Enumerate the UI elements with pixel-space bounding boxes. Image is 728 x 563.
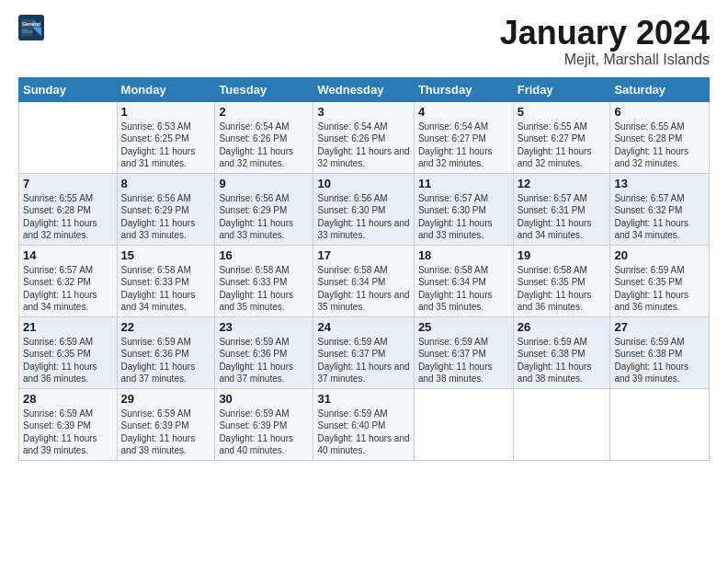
- calendar-cell: 5Sunrise: 6:55 AMSunset: 6:27 PMDaylight…: [513, 101, 610, 173]
- day-info: Sunrise: 6:59 AMSunset: 6:37 PMDaylight:…: [418, 336, 509, 385]
- day-number: 1: [121, 105, 211, 119]
- col-monday: Monday: [117, 77, 215, 101]
- logo: General Blue: [18, 15, 44, 40]
- calendar-cell: 16Sunrise: 6:58 AMSunset: 6:33 PMDayligh…: [215, 245, 313, 316]
- calendar-week-2: 7Sunrise: 6:55 AMSunset: 6:28 PMDaylight…: [19, 173, 710, 245]
- day-number: 10: [317, 177, 409, 190]
- calendar-cell: 19Sunrise: 6:58 AMSunset: 6:35 PMDayligh…: [513, 245, 610, 316]
- col-thursday: Thursday: [414, 77, 513, 101]
- header: General Blue January 2024 Mejit, Marshal…: [18, 15, 710, 68]
- day-info: Sunrise: 6:56 AMSunset: 6:29 PMDaylight:…: [121, 192, 211, 242]
- calendar-cell: 29Sunrise: 6:59 AMSunset: 6:39 PMDayligh…: [117, 388, 215, 460]
- day-number: 9: [219, 177, 309, 190]
- day-number: 20: [614, 248, 705, 262]
- day-number: 24: [317, 320, 409, 334]
- day-number: 13: [614, 177, 705, 190]
- month-title: January 2024: [500, 15, 710, 52]
- col-wednesday: Wednesday: [313, 77, 414, 101]
- calendar-cell: 2Sunrise: 6:54 AMSunset: 6:26 PMDaylight…: [215, 101, 313, 173]
- calendar-body: 1Sunrise: 6:53 AMSunset: 6:25 PMDaylight…: [19, 101, 710, 460]
- col-tuesday: Tuesday: [215, 77, 313, 101]
- calendar-week-4: 21Sunrise: 6:59 AMSunset: 6:35 PMDayligh…: [19, 316, 710, 388]
- day-number: 21: [23, 320, 113, 334]
- day-number: 17: [317, 248, 409, 262]
- day-info: Sunrise: 6:59 AMSunset: 6:38 PMDaylight:…: [614, 336, 705, 385]
- day-info: Sunrise: 6:58 AMSunset: 6:33 PMDaylight:…: [219, 264, 309, 314]
- day-info: Sunrise: 6:59 AMSunset: 6:35 PMDaylight:…: [23, 336, 113, 385]
- day-info: Sunrise: 6:56 AMSunset: 6:29 PMDaylight:…: [219, 192, 309, 242]
- day-number: 14: [23, 248, 113, 262]
- calendar-cell: 10Sunrise: 6:56 AMSunset: 6:30 PMDayligh…: [313, 173, 414, 245]
- calendar-week-3: 14Sunrise: 6:57 AMSunset: 6:32 PMDayligh…: [19, 245, 710, 316]
- day-info: Sunrise: 6:58 AMSunset: 6:34 PMDaylight:…: [418, 264, 509, 314]
- day-number: 11: [418, 177, 509, 190]
- day-info: Sunrise: 6:59 AMSunset: 6:39 PMDaylight:…: [121, 408, 211, 457]
- day-number: 26: [518, 320, 607, 334]
- calendar-cell: [19, 101, 118, 173]
- day-number: 12: [518, 177, 607, 190]
- day-info: Sunrise: 6:59 AMSunset: 6:37 PMDaylight:…: [317, 336, 409, 385]
- day-number: 15: [121, 248, 211, 262]
- title-block: January 2024 Mejit, Marshall Islands: [500, 15, 710, 68]
- svg-text:General: General: [22, 21, 41, 27]
- day-info: Sunrise: 6:57 AMSunset: 6:31 PMDaylight:…: [518, 192, 607, 242]
- header-row: Sunday Monday Tuesday Wednesday Thursday…: [19, 77, 710, 101]
- day-number: 16: [219, 248, 309, 262]
- day-info: Sunrise: 6:58 AMSunset: 6:34 PMDaylight:…: [317, 264, 409, 314]
- day-number: 29: [121, 392, 211, 406]
- calendar-cell: 13Sunrise: 6:57 AMSunset: 6:32 PMDayligh…: [610, 173, 710, 245]
- day-number: 18: [418, 248, 509, 262]
- subtitle: Mejit, Marshall Islands: [500, 52, 710, 68]
- calendar-cell: 7Sunrise: 6:55 AMSunset: 6:28 PMDaylight…: [19, 173, 118, 245]
- day-info: Sunrise: 6:59 AMSunset: 6:40 PMDaylight:…: [317, 408, 409, 457]
- col-saturday: Saturday: [610, 77, 710, 101]
- day-info: Sunrise: 6:59 AMSunset: 6:39 PMDaylight:…: [23, 408, 113, 457]
- calendar-cell: 28Sunrise: 6:59 AMSunset: 6:39 PMDayligh…: [19, 388, 118, 460]
- calendar-table: Sunday Monday Tuesday Wednesday Thursday…: [18, 77, 710, 461]
- calendar-cell: [414, 388, 513, 460]
- calendar-cell: 17Sunrise: 6:58 AMSunset: 6:34 PMDayligh…: [313, 245, 414, 316]
- day-info: Sunrise: 6:57 AMSunset: 6:32 PMDaylight:…: [614, 192, 705, 242]
- day-number: 4: [418, 105, 509, 119]
- logo-icon: General Blue: [18, 15, 44, 40]
- day-info: Sunrise: 6:54 AMSunset: 6:26 PMDaylight:…: [317, 121, 409, 170]
- day-number: 6: [614, 105, 705, 119]
- day-info: Sunrise: 6:57 AMSunset: 6:30 PMDaylight:…: [418, 192, 509, 242]
- col-sunday: Sunday: [19, 77, 118, 101]
- day-number: 8: [121, 177, 211, 190]
- day-number: 7: [23, 177, 113, 190]
- day-info: Sunrise: 6:59 AMSunset: 6:39 PMDaylight:…: [219, 408, 309, 457]
- calendar-cell: 11Sunrise: 6:57 AMSunset: 6:30 PMDayligh…: [414, 173, 513, 245]
- day-number: 22: [121, 320, 211, 334]
- calendar-cell: 6Sunrise: 6:55 AMSunset: 6:28 PMDaylight…: [610, 101, 710, 173]
- calendar-week-5: 28Sunrise: 6:59 AMSunset: 6:39 PMDayligh…: [19, 388, 710, 460]
- day-number: 28: [23, 392, 113, 406]
- day-info: Sunrise: 6:56 AMSunset: 6:30 PMDaylight:…: [317, 192, 409, 242]
- day-info: Sunrise: 6:59 AMSunset: 6:36 PMDaylight:…: [219, 336, 309, 385]
- calendar-cell: 12Sunrise: 6:57 AMSunset: 6:31 PMDayligh…: [513, 173, 610, 245]
- calendar-cell: 30Sunrise: 6:59 AMSunset: 6:39 PMDayligh…: [215, 388, 313, 460]
- day-number: 2: [219, 105, 309, 119]
- day-info: Sunrise: 6:58 AMSunset: 6:35 PMDaylight:…: [518, 264, 607, 314]
- day-info: Sunrise: 6:57 AMSunset: 6:32 PMDaylight:…: [23, 264, 113, 314]
- calendar-cell: 15Sunrise: 6:58 AMSunset: 6:33 PMDayligh…: [117, 245, 215, 316]
- day-number: 30: [219, 392, 309, 406]
- day-number: 23: [219, 320, 309, 334]
- svg-text:Blue: Blue: [22, 29, 33, 34]
- day-info: Sunrise: 6:55 AMSunset: 6:28 PMDaylight:…: [614, 121, 705, 170]
- calendar-cell: 3Sunrise: 6:54 AMSunset: 6:26 PMDaylight…: [313, 101, 414, 173]
- calendar-cell: 26Sunrise: 6:59 AMSunset: 6:38 PMDayligh…: [513, 316, 610, 388]
- day-info: Sunrise: 6:55 AMSunset: 6:27 PMDaylight:…: [518, 121, 607, 170]
- day-info: Sunrise: 6:54 AMSunset: 6:26 PMDaylight:…: [219, 121, 309, 170]
- day-number: 5: [518, 105, 607, 119]
- day-info: Sunrise: 6:59 AMSunset: 6:35 PMDaylight:…: [614, 264, 705, 314]
- day-number: 27: [614, 320, 705, 334]
- calendar-cell: 21Sunrise: 6:59 AMSunset: 6:35 PMDayligh…: [19, 316, 118, 388]
- calendar-cell: [513, 388, 610, 460]
- day-info: Sunrise: 6:59 AMSunset: 6:36 PMDaylight:…: [121, 336, 211, 385]
- col-friday: Friday: [513, 77, 610, 101]
- calendar-cell: [610, 388, 710, 460]
- calendar-cell: 4Sunrise: 6:54 AMSunset: 6:27 PMDaylight…: [414, 101, 513, 173]
- day-number: 31: [317, 392, 409, 406]
- day-info: Sunrise: 6:58 AMSunset: 6:33 PMDaylight:…: [121, 264, 211, 314]
